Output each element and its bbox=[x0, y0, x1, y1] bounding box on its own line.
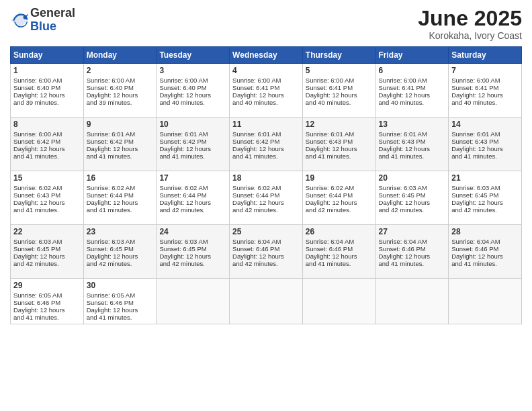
day-info: Sunrise: 6:05 AM bbox=[13, 291, 81, 299]
col-monday: Monday bbox=[83, 47, 157, 64]
day-info: and 41 minutes. bbox=[13, 314, 81, 321]
day-info: Daylight: 12 hours bbox=[451, 145, 519, 152]
day-number: 3 bbox=[159, 66, 226, 75]
day-info: and 42 minutes. bbox=[451, 206, 519, 214]
day-number: 5 bbox=[306, 66, 373, 75]
day-number: 19 bbox=[306, 173, 373, 183]
day-number: 4 bbox=[232, 66, 300, 75]
day-info: and 41 minutes. bbox=[379, 260, 446, 267]
table-row bbox=[230, 279, 303, 324]
day-info: Daylight: 12 hours bbox=[306, 199, 373, 206]
col-wednesday: Wednesday bbox=[230, 47, 303, 64]
table-row: 3Sunrise: 6:00 AMSunset: 6:40 PMDaylight… bbox=[157, 64, 230, 118]
day-info: Sunrise: 6:05 AM bbox=[87, 291, 154, 299]
day-info: Sunset: 6:46 PM bbox=[306, 245, 373, 253]
col-saturday: Saturday bbox=[449, 47, 522, 64]
day-info: and 40 minutes. bbox=[159, 99, 226, 106]
day-info: Daylight: 12 hours bbox=[306, 145, 373, 152]
day-info: and 41 minutes. bbox=[379, 152, 446, 160]
day-info: and 42 minutes. bbox=[232, 260, 300, 267]
day-number: 20 bbox=[379, 173, 446, 183]
day-info: Daylight: 12 hours bbox=[232, 145, 300, 152]
day-info: Sunset: 6:46 PM bbox=[451, 245, 519, 253]
day-info: and 41 minutes. bbox=[451, 260, 519, 267]
title-block: June 2025 Korokaha, Ivory Coast bbox=[418, 7, 522, 41]
day-info: Sunrise: 6:03 AM bbox=[13, 238, 81, 245]
day-info: Sunset: 6:41 PM bbox=[451, 84, 519, 91]
day-info: and 40 minutes. bbox=[306, 99, 373, 106]
day-number: 12 bbox=[306, 120, 373, 129]
header: General Blue June 2025 Korokaha, Ivory C… bbox=[10, 7, 522, 41]
day-info: Daylight: 12 hours bbox=[159, 145, 226, 152]
col-thursday: Thursday bbox=[302, 47, 375, 64]
table-row: 14Sunrise: 6:01 AMSunset: 6:43 PMDayligh… bbox=[449, 118, 522, 171]
day-number: 6 bbox=[379, 66, 446, 75]
day-info: Sunset: 6:43 PM bbox=[306, 138, 373, 145]
table-row: 17Sunrise: 6:02 AMSunset: 6:44 PMDayligh… bbox=[157, 171, 230, 225]
table-row: 10Sunrise: 6:01 AMSunset: 6:42 PMDayligh… bbox=[157, 118, 230, 171]
day-number: 10 bbox=[159, 120, 226, 129]
day-number: 21 bbox=[451, 173, 519, 183]
day-info: and 41 minutes. bbox=[87, 206, 154, 214]
table-row: 7Sunrise: 6:00 AMSunset: 6:41 PMDaylight… bbox=[449, 64, 522, 118]
day-info: Sunrise: 6:03 AM bbox=[87, 238, 154, 245]
day-info: Daylight: 12 hours bbox=[87, 306, 154, 314]
day-info: and 40 minutes. bbox=[451, 99, 519, 106]
table-row: 6Sunrise: 6:00 AMSunset: 6:41 PMDaylight… bbox=[375, 64, 449, 118]
day-info: Sunset: 6:42 PM bbox=[87, 138, 154, 145]
day-info: Sunset: 6:43 PM bbox=[379, 138, 446, 145]
day-info: Sunset: 6:43 PM bbox=[451, 138, 519, 145]
day-info: Sunrise: 6:00 AM bbox=[379, 77, 446, 84]
day-number: 14 bbox=[451, 120, 519, 129]
day-info: and 42 minutes. bbox=[159, 260, 226, 267]
day-number: 30 bbox=[87, 281, 154, 290]
day-info: and 41 minutes. bbox=[232, 152, 300, 160]
day-info: Sunrise: 6:03 AM bbox=[379, 184, 446, 191]
day-info: Daylight: 12 hours bbox=[13, 199, 81, 206]
col-tuesday: Tuesday bbox=[157, 47, 230, 64]
day-info: Sunrise: 6:01 AM bbox=[159, 130, 226, 138]
day-info: Sunset: 6:41 PM bbox=[232, 84, 300, 91]
day-info: Sunrise: 6:03 AM bbox=[159, 238, 226, 245]
day-number: 26 bbox=[306, 227, 373, 236]
day-info: Sunset: 6:40 PM bbox=[13, 84, 81, 91]
table-row: 23Sunrise: 6:03 AMSunset: 6:45 PMDayligh… bbox=[83, 225, 157, 279]
col-friday: Friday bbox=[375, 47, 449, 64]
day-info: Daylight: 12 hours bbox=[13, 253, 81, 260]
calendar-header-row: Sunday Monday Tuesday Wednesday Thursday… bbox=[11, 47, 522, 64]
day-info: and 41 minutes. bbox=[306, 260, 373, 267]
day-number: 11 bbox=[232, 120, 300, 129]
day-info: Daylight: 12 hours bbox=[13, 306, 81, 314]
table-row: 24Sunrise: 6:03 AMSunset: 6:45 PMDayligh… bbox=[157, 225, 230, 279]
col-sunday: Sunday bbox=[11, 47, 84, 64]
day-info: Sunrise: 6:02 AM bbox=[87, 184, 154, 191]
table-row: 1Sunrise: 6:00 AMSunset: 6:40 PMDaylight… bbox=[11, 64, 84, 118]
month-title: June 2025 bbox=[418, 7, 522, 30]
table-row: 2Sunrise: 6:00 AMSunset: 6:40 PMDaylight… bbox=[83, 64, 157, 118]
day-info: and 41 minutes. bbox=[13, 152, 81, 160]
day-info: and 42 minutes. bbox=[87, 260, 154, 267]
day-info: Sunrise: 6:00 AM bbox=[13, 130, 81, 138]
table-row: 21Sunrise: 6:03 AMSunset: 6:45 PMDayligh… bbox=[449, 171, 522, 225]
day-info: and 41 minutes. bbox=[159, 152, 226, 160]
day-info: Sunrise: 6:00 AM bbox=[232, 77, 300, 84]
day-info: Sunset: 6:41 PM bbox=[306, 84, 373, 91]
day-info: Daylight: 12 hours bbox=[451, 253, 519, 260]
day-info: Daylight: 12 hours bbox=[87, 199, 154, 206]
day-info: Sunset: 6:44 PM bbox=[232, 191, 300, 199]
logo-text: General Blue bbox=[30, 7, 75, 34]
day-number: 2 bbox=[87, 66, 154, 75]
day-info: Sunset: 6:41 PM bbox=[379, 84, 446, 91]
day-number: 29 bbox=[13, 281, 81, 290]
day-info: Daylight: 12 hours bbox=[13, 145, 81, 152]
day-info: Sunrise: 6:00 AM bbox=[451, 77, 519, 84]
table-row: 4Sunrise: 6:00 AMSunset: 6:41 PMDaylight… bbox=[230, 64, 303, 118]
table-row bbox=[375, 279, 449, 324]
day-number: 1 bbox=[13, 66, 81, 75]
table-row bbox=[302, 279, 375, 324]
day-number: 13 bbox=[379, 120, 446, 129]
day-info: Daylight: 12 hours bbox=[379, 91, 446, 99]
day-number: 23 bbox=[87, 227, 154, 236]
day-info: and 41 minutes. bbox=[13, 206, 81, 214]
day-info: Sunset: 6:45 PM bbox=[379, 191, 446, 199]
